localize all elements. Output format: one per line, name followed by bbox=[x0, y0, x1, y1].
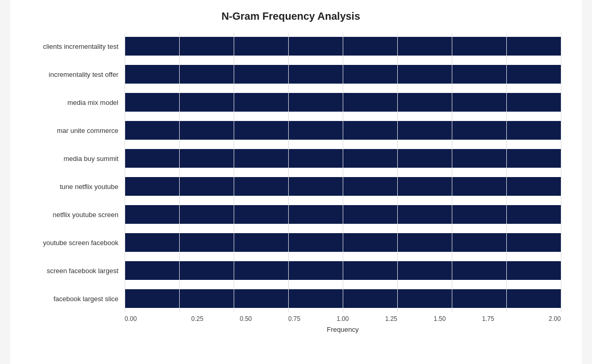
bar-label: facebook largest slice bbox=[21, 295, 125, 303]
bar-label: mar unite commerce bbox=[21, 127, 125, 134]
x-tick: 0.00 bbox=[125, 315, 173, 322]
bar-fill bbox=[125, 93, 561, 112]
bar-fill bbox=[125, 261, 561, 280]
bar-row: media buy summit bbox=[21, 145, 561, 172]
bar-fill bbox=[125, 233, 561, 252]
bar-row: netflix youtube screen bbox=[21, 201, 561, 228]
bar-label: screen facebook largest bbox=[21, 267, 125, 275]
bar-label: netflix youtube screen bbox=[21, 211, 125, 219]
x-axis: 0.000.250.500.751.001.251.501.752.00 bbox=[125, 315, 561, 322]
bar-label: incrementality test offer bbox=[21, 71, 125, 78]
x-tick: 1.25 bbox=[367, 315, 415, 322]
chart-container: N-Gram Frequency Analysis clients increm… bbox=[10, 0, 582, 364]
bar-label: youtube screen facebook bbox=[21, 239, 125, 247]
bar-row: youtube screen facebook bbox=[21, 229, 561, 256]
bar-row: tune netflix youtube bbox=[21, 173, 561, 200]
bar-fill bbox=[125, 121, 561, 140]
bar-fill bbox=[125, 289, 561, 308]
bar-track bbox=[125, 65, 561, 84]
bar-row: screen facebook largest bbox=[21, 257, 561, 284]
bar-fill bbox=[125, 37, 561, 56]
bar-track bbox=[125, 205, 561, 224]
bar-fill bbox=[125, 177, 561, 196]
bar-row: media mix model bbox=[21, 89, 561, 116]
chart-title: N-Gram Frequency Analysis bbox=[21, 10, 561, 22]
bar-track bbox=[125, 93, 561, 112]
x-tick: 1.50 bbox=[415, 315, 464, 322]
bar-row: mar unite commerce bbox=[21, 117, 561, 144]
x-tick: 1.00 bbox=[318, 315, 367, 322]
grid-line bbox=[561, 33, 561, 312]
bar-fill bbox=[125, 205, 561, 224]
bar-track bbox=[125, 37, 561, 56]
bar-label: tune netflix youtube bbox=[21, 183, 125, 191]
bar-label: media mix model bbox=[21, 99, 125, 106]
chart-body: clients incrementality testincrementalit… bbox=[21, 33, 561, 312]
x-tick: 0.75 bbox=[270, 315, 318, 322]
bar-fill bbox=[125, 149, 561, 168]
x-axis-label: Frequency bbox=[125, 326, 561, 333]
bar-label: media buy summit bbox=[21, 155, 125, 163]
bar-track bbox=[125, 233, 561, 252]
x-tick: 0.25 bbox=[173, 315, 221, 322]
bar-track bbox=[125, 261, 561, 280]
bar-fill bbox=[125, 65, 561, 84]
x-tick: 2.00 bbox=[513, 315, 561, 322]
bar-row: incrementality test offer bbox=[21, 61, 561, 88]
bar-row: clients incrementality test bbox=[21, 33, 561, 60]
bar-track bbox=[125, 289, 561, 308]
bar-label: clients incrementality test bbox=[21, 43, 125, 50]
bar-row: facebook largest slice bbox=[21, 285, 561, 312]
bar-track bbox=[125, 177, 561, 196]
x-tick: 0.50 bbox=[222, 315, 270, 322]
bar-track bbox=[125, 149, 561, 168]
bar-track bbox=[125, 121, 561, 140]
x-tick: 1.75 bbox=[464, 315, 512, 322]
